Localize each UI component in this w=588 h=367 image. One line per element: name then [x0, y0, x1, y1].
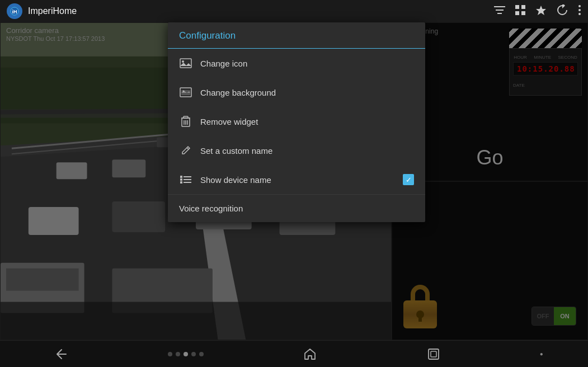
svg-marker-9 — [536, 6, 546, 15]
svg-rect-5 — [515, 5, 519, 9]
svg-point-11 — [578, 9, 581, 11]
menu-item-remove-widget[interactable]: Remove widget — [168, 107, 425, 136]
menu-title: Configuration — [168, 22, 425, 49]
svg-rect-7 — [515, 11, 519, 15]
dot-3 — [184, 352, 188, 356]
menu-item-custom-name[interactable]: Set a custom name — [168, 136, 425, 165]
star-icon[interactable] — [535, 4, 547, 18]
list-icon — [179, 174, 192, 185]
dot-4 — [191, 352, 196, 356]
change-icon-label: Change icon — [200, 59, 414, 68]
remove-widget-label: Remove widget — [200, 117, 414, 126]
checkmark-icon: ✓ — [403, 174, 414, 185]
change-background-label: Change background — [200, 88, 414, 97]
menu-item-voice-recognition[interactable]: Voice recognition — [168, 195, 425, 222]
top-bar: iH ImperiHome — [0, 0, 588, 22]
svg-rect-8 — [521, 11, 525, 15]
edit-icon — [179, 145, 192, 156]
svg-rect-4 — [497, 13, 502, 14]
voice-recognition-label: Voice recognition — [179, 204, 414, 213]
refresh-icon[interactable] — [557, 4, 568, 18]
toolbar-actions — [494, 4, 581, 18]
menu-item-show-device-name[interactable]: Show device name ✓ — [168, 165, 425, 194]
svg-point-12 — [578, 13, 581, 15]
filter-list-icon[interactable] — [494, 6, 505, 17]
svg-rect-53 — [180, 176, 182, 178]
app-title: ImperiHome — [28, 6, 77, 16]
more-vert-icon[interactable] — [578, 5, 581, 18]
app-logo: iH — [7, 3, 22, 19]
svg-rect-3 — [496, 10, 504, 11]
recents-button[interactable] — [417, 343, 450, 365]
menu-item-change-background[interactable]: Change background — [168, 78, 425, 107]
svg-point-42 — [183, 91, 185, 92]
svg-rect-57 — [431, 351, 436, 357]
delete-icon — [179, 116, 192, 127]
bottom-nav-bar: ● — [0, 340, 588, 367]
svg-text:iH: iH — [12, 9, 17, 15]
menu-item-change-icon[interactable]: Change icon — [168, 49, 425, 78]
page-indicator — [168, 352, 204, 356]
back-button[interactable] — [45, 343, 78, 365]
image-icon — [179, 58, 192, 69]
svg-rect-54 — [180, 178, 182, 181]
home-button[interactable] — [293, 343, 327, 365]
svg-rect-6 — [521, 5, 525, 9]
app-branding: iH ImperiHome — [7, 3, 77, 19]
dot-5 — [199, 352, 204, 356]
wallpaper-icon — [179, 87, 192, 98]
dot-1 — [168, 352, 172, 356]
grid-icon[interactable] — [515, 5, 525, 18]
svg-line-49 — [187, 148, 189, 149]
svg-marker-38 — [180, 63, 191, 66]
svg-rect-2 — [494, 6, 505, 7]
svg-point-37 — [182, 60, 184, 63]
svg-rect-56 — [429, 349, 439, 359]
context-menu: Configuration Change icon Change backgro… — [168, 22, 425, 222]
show-device-name-label: Show device name — [200, 175, 403, 185]
dot-2 — [176, 352, 180, 356]
svg-point-10 — [578, 5, 581, 7]
svg-rect-55 — [180, 181, 182, 184]
svg-rect-36 — [180, 59, 191, 68]
custom-name-label: Set a custom name — [200, 146, 414, 156]
mic-dot: ● — [540, 351, 543, 357]
